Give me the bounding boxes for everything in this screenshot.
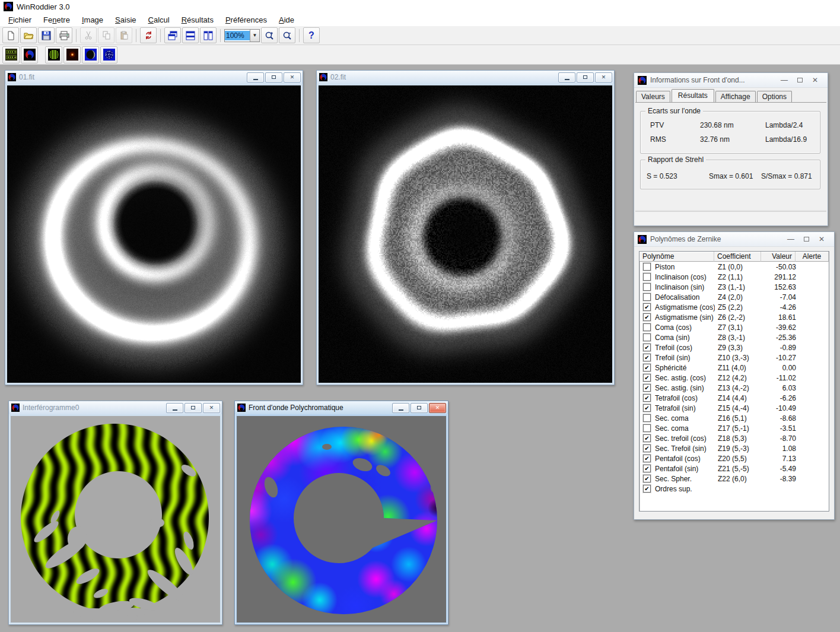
menu-item-resultats[interactable]: Résultats xyxy=(176,14,219,26)
new-file-button[interactable] xyxy=(2,27,19,43)
rms-lambda: Lambda/16.9 xyxy=(765,135,807,144)
menu-item-fenetre[interactable]: Fenetre xyxy=(37,14,76,26)
checkbox-unchecked[interactable] xyxy=(643,334,651,341)
winroddier-logo-icon xyxy=(8,73,16,81)
menu-item-preferences[interactable]: Préférences xyxy=(219,14,273,26)
column-header-polynome[interactable]: Polynôme xyxy=(639,252,714,262)
save-button[interactable] xyxy=(38,27,55,43)
menu-item-saisie[interactable]: Saisie xyxy=(109,14,142,26)
zoom-level-combo[interactable]: 100% ▼ xyxy=(224,29,260,42)
menu-item-image[interactable]: Image xyxy=(76,14,109,26)
checkbox-checked[interactable]: ✔ xyxy=(643,344,651,351)
combo-dropdown-arrow-icon[interactable]: ▼ xyxy=(250,30,259,42)
tab-options[interactable]: Options xyxy=(757,91,792,103)
zoom-in-button[interactable] xyxy=(261,27,278,43)
column-header-valeur[interactable]: Valeur xyxy=(761,252,796,262)
window-interferogramme-titlebar[interactable]: Interférogramme0 ✕ xyxy=(9,401,222,414)
checkbox-checked[interactable]: ✔ xyxy=(643,434,651,442)
psf-star-icon xyxy=(66,49,78,61)
checkbox-unchecked[interactable] xyxy=(643,293,651,301)
maximize-button[interactable] xyxy=(798,235,814,243)
checkbox-checked[interactable]: ✔ xyxy=(643,303,651,311)
window-informations-titlebar[interactable]: Informations sur Front d'ond... — ✕ xyxy=(634,73,828,88)
interferogram-button[interactable] xyxy=(45,46,62,63)
rotate-images-button[interactable] xyxy=(140,27,157,43)
toolbar-separator xyxy=(299,29,300,42)
checkbox-checked[interactable]: ✔ xyxy=(643,364,651,371)
psf-button[interactable] xyxy=(63,46,81,63)
winroddier-button[interactable] xyxy=(21,46,38,63)
tab-resultats[interactable]: Résultats xyxy=(672,89,714,102)
checkbox-checked[interactable]: ✔ xyxy=(643,384,651,392)
maximize-button[interactable] xyxy=(265,72,282,82)
cascade-windows-button[interactable] xyxy=(164,27,181,43)
tab-affichage[interactable]: Affichage xyxy=(715,91,756,103)
close-button[interactable]: ✕ xyxy=(595,72,612,82)
valeur: -8.39 xyxy=(762,475,796,483)
help-button[interactable]: ? xyxy=(303,27,320,43)
menu-item-calcul[interactable]: Calcul xyxy=(142,14,176,26)
fits-pair-button[interactable] xyxy=(2,46,20,63)
checkbox-checked[interactable]: ✔ xyxy=(643,485,651,493)
open-file-button[interactable] xyxy=(20,27,37,43)
menu-item-aide[interactable]: Aide xyxy=(273,14,300,26)
checkbox-unchecked[interactable] xyxy=(643,414,651,422)
cut-button[interactable] xyxy=(80,27,97,43)
minimize-button[interactable] xyxy=(392,403,409,413)
checkbox-checked[interactable]: ✔ xyxy=(643,404,651,412)
menu-item-fichier[interactable]: Fichier xyxy=(2,14,37,26)
minimize-button[interactable] xyxy=(247,72,264,82)
window-wavefront-titlebar[interactable]: Front d'onde Polychromatique ✕ xyxy=(235,401,448,414)
checkbox-unchecked[interactable] xyxy=(643,273,651,281)
pupil-button[interactable] xyxy=(82,46,99,63)
valeur: 291.12 xyxy=(762,273,796,281)
minimize-button[interactable]: — xyxy=(783,235,798,243)
checkbox-unchecked[interactable] xyxy=(643,283,651,291)
window-02fit-titlebar[interactable]: 02.fit ✕ xyxy=(317,71,614,84)
checkbox-checked[interactable]: ✔ xyxy=(643,455,651,462)
checkbox-unchecked[interactable] xyxy=(643,323,651,331)
maximize-button[interactable] xyxy=(411,403,428,413)
zernike-row-sec-coma: Sec. comaZ17 (5,-1)-3.51 xyxy=(639,423,829,433)
checkbox-checked[interactable]: ✔ xyxy=(643,394,651,402)
close-button[interactable]: ✕ xyxy=(284,72,301,82)
checkbox-checked[interactable]: ✔ xyxy=(643,313,651,321)
maximize-button[interactable] xyxy=(577,72,594,82)
coefficient: Z5 (2,2) xyxy=(715,303,762,312)
tile-vertical-button[interactable] xyxy=(200,27,217,43)
copy-button[interactable] xyxy=(98,27,114,43)
checkbox-checked[interactable]: ✔ xyxy=(643,475,651,482)
tab-valeurs[interactable]: Valeurs xyxy=(636,91,670,103)
paste-button[interactable] xyxy=(116,27,132,43)
main-toolbar: 100% ▼ ? xyxy=(0,26,840,45)
maximize-button[interactable] xyxy=(792,76,807,84)
column-header-coefficient[interactable]: Coefficient xyxy=(714,252,761,262)
minimize-button[interactable]: — xyxy=(777,76,792,84)
maximize-button[interactable] xyxy=(184,403,202,413)
close-button[interactable]: ✕ xyxy=(203,403,220,413)
wavefront-button[interactable] xyxy=(100,46,117,63)
window-title: Interférogramme0 xyxy=(23,404,79,412)
zoom-out-button[interactable] xyxy=(279,27,295,43)
checkbox-checked[interactable]: ✔ xyxy=(643,444,651,452)
close-button[interactable]: ✕ xyxy=(429,403,446,413)
window-01fit-titlebar[interactable]: 01.fit ✕ xyxy=(5,71,303,84)
column-header-alerte[interactable]: Alerte xyxy=(796,252,829,262)
checkbox-unchecked[interactable] xyxy=(643,424,651,432)
close-button[interactable]: ✕ xyxy=(814,235,829,243)
defocused-star-image-2 xyxy=(319,85,612,383)
tile-horizontal-button[interactable] xyxy=(182,27,199,43)
wavefront-image xyxy=(237,416,446,623)
print-button[interactable] xyxy=(56,27,72,43)
close-button[interactable]: ✕ xyxy=(807,76,823,84)
window-zernike-titlebar[interactable]: Polynômes de Zernike — ✕ xyxy=(634,232,834,247)
minimize-button[interactable] xyxy=(558,72,575,82)
checkbox-unchecked[interactable] xyxy=(643,263,651,271)
checkbox-checked[interactable]: ✔ xyxy=(643,374,651,382)
checkbox-checked[interactable]: ✔ xyxy=(643,465,651,472)
checkbox-checked[interactable]: ✔ xyxy=(643,354,651,361)
coefficient: Z15 (4,-4) xyxy=(715,404,762,412)
minimize-button[interactable] xyxy=(166,403,183,413)
polynome-name: Défocalisation xyxy=(655,293,715,301)
zernike-row-astigmatisme-sin: ✔Astigmatisme (sin)Z6 (2,-2)18.61 xyxy=(639,312,829,322)
